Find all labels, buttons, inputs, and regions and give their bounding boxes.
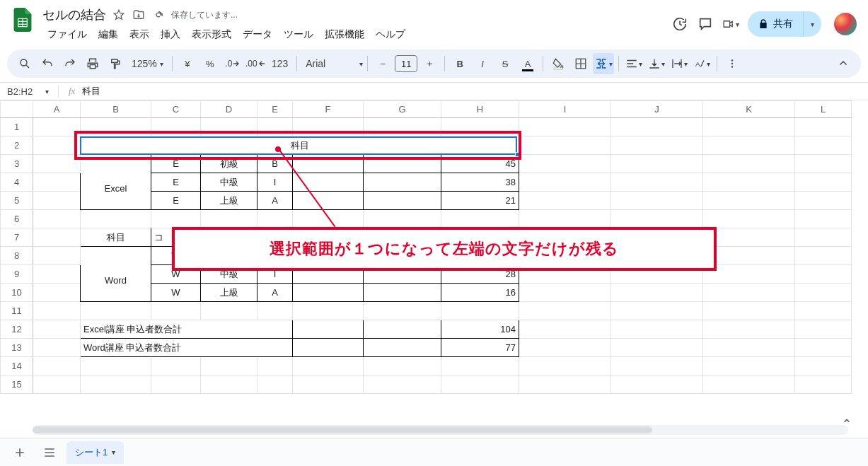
cell-H1[interactable] [441,118,519,136]
name-box[interactable]: B2:H2▾ [7,86,58,97]
cell-J5[interactable] [611,192,703,210]
cell-D6[interactable] [201,210,257,228]
cell-K2[interactable] [703,136,795,155]
cell-K3[interactable] [703,155,795,173]
star-icon[interactable] [112,8,126,22]
cell-A15[interactable] [33,375,81,394]
cell-C6[interactable] [151,210,201,228]
cell-J4[interactable] [611,173,703,192]
cell-A13[interactable] [33,339,81,357]
row-header-2[interactable]: 2 [1,136,33,155]
col-header-B[interactable]: B [81,101,151,118]
cell-L6[interactable] [795,210,852,228]
row-header-6[interactable]: 6 [1,210,33,228]
cell-H10[interactable]: 16 [441,284,519,302]
font-size-input[interactable]: 11 [395,55,417,72]
paint-format-icon[interactable] [105,53,126,74]
col-header-L[interactable]: L [795,101,852,118]
col-header-J[interactable]: J [611,101,703,118]
cell-K14[interactable] [703,357,795,375]
cell-F13[interactable] [293,339,364,357]
cell-E11[interactable] [257,302,293,320]
cell-B11[interactable] [81,302,151,320]
v-align-icon[interactable]: ▾ [646,53,667,74]
cell-G5[interactable] [364,192,441,210]
row-header-14[interactable]: 14 [1,357,33,375]
font-decrease-icon[interactable]: − [372,53,393,74]
cell-L15[interactable] [795,375,852,394]
cell-A8[interactable] [33,247,81,265]
cell-E1[interactable] [257,118,293,136]
row-header-10[interactable]: 10 [1,284,33,302]
cloud-status-icon[interactable] [151,8,166,22]
cell-E5[interactable]: A [257,192,293,210]
cell-D5[interactable]: 上級 [201,192,257,210]
explore-button[interactable] [835,409,858,432]
select-all-corner[interactable] [1,101,33,118]
strikethrough-icon[interactable]: S [494,53,516,74]
cell-H13[interactable]: 77 [441,339,519,357]
cell-A4[interactable] [33,173,81,192]
cell-J11[interactable] [611,302,703,320]
cell-K5[interactable] [703,192,795,210]
menu-help[interactable]: ヘルプ [371,25,410,44]
cell-J10[interactable] [611,284,703,302]
text-color-icon[interactable]: A [517,53,538,74]
col-header-C[interactable]: C [151,101,201,118]
cell-L12[interactable] [795,320,852,339]
cell-L3[interactable] [795,155,852,173]
doc-title[interactable]: セルの結合 [42,6,106,23]
cell-F3[interactable] [293,155,364,173]
cell-B6[interactable] [81,210,151,228]
search-menus-icon[interactable] [14,53,35,74]
sheets-logo[interactable] [8,6,37,34]
cell-I4[interactable] [519,173,611,192]
cell-C4[interactable]: E [151,173,201,192]
more-icon[interactable] [722,53,743,74]
cell-L9[interactable] [795,265,852,284]
menu-insert[interactable]: 挿入 [156,25,185,44]
cell-G11[interactable] [364,302,441,320]
merge-cells-icon[interactable]: ▾ [593,53,614,74]
fill-color-icon[interactable] [548,53,569,74]
col-header-I[interactable]: I [519,101,611,118]
cell-J2[interactable] [611,136,703,155]
menu-tools[interactable]: ツール [279,25,318,44]
cell-C5[interactable]: E [151,192,201,210]
cell-A3[interactable] [33,155,81,173]
cell-B3[interactable]: Excel [81,155,151,210]
cell-A10[interactable] [33,284,81,302]
cell-E6[interactable] [257,210,293,228]
cell-A12[interactable] [33,320,81,339]
cell-G13[interactable] [364,339,441,357]
horizontal-scrollbar[interactable] [33,425,848,435]
cell-L4[interactable] [795,173,852,192]
cell-L7[interactable] [795,228,852,247]
cell-B1[interactable] [81,118,151,136]
cell-G14[interactable] [364,357,441,375]
cell-G15[interactable] [364,375,441,394]
cell-F5[interactable] [293,192,364,210]
cell-H12[interactable]: 104 [441,320,519,339]
row-header-4[interactable]: 4 [1,173,33,192]
col-header-G[interactable]: G [364,101,441,118]
cell-I15[interactable] [519,375,611,394]
borders-icon[interactable] [570,53,591,74]
cell-K15[interactable] [703,375,795,394]
move-icon[interactable] [132,8,146,22]
cell-G3[interactable] [364,155,441,173]
cell-B14[interactable] [81,357,151,375]
row-header-15[interactable]: 15 [1,375,33,394]
cell-L1[interactable] [795,118,852,136]
cell-L10[interactable] [795,284,852,302]
account-avatar[interactable] [834,13,857,35]
cell-K6[interactable] [703,210,795,228]
col-header-A[interactable]: A [33,101,81,118]
collapse-toolbar-icon[interactable] [833,53,854,74]
cell-G6[interactable] [364,210,441,228]
cell-C10[interactable]: W [151,284,201,302]
cell-C11[interactable] [151,302,201,320]
cell-G12[interactable] [364,320,441,339]
cell-B8[interactable]: Word [81,247,151,302]
col-header-H[interactable]: H [441,101,519,118]
